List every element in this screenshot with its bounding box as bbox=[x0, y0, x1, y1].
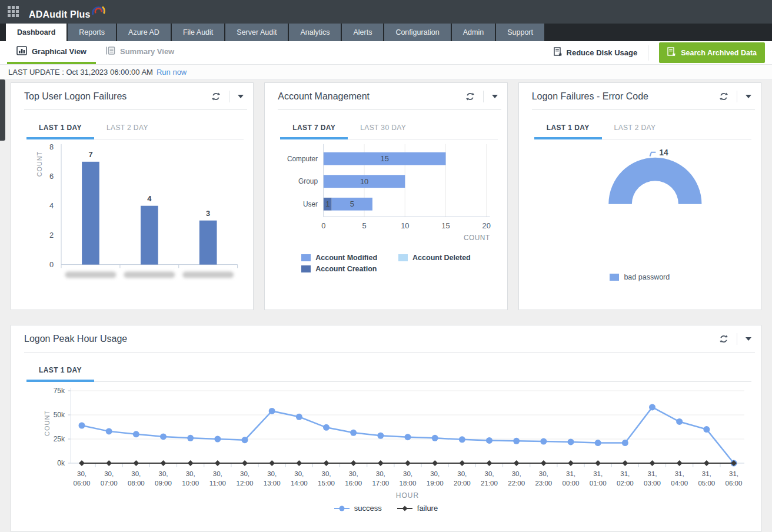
svg-text:4: 4 bbox=[147, 194, 152, 203]
svg-text:5: 5 bbox=[362, 221, 367, 230]
svg-text:14:00: 14:00 bbox=[291, 480, 308, 487]
svg-text:30,: 30, bbox=[240, 470, 249, 477]
last-update-bar: LAST UPDATE : Oct 31,2023 06:00:00 AM Ru… bbox=[0, 65, 772, 80]
range-tab-last-7-day[interactable]: LAST 7 DAY bbox=[280, 118, 348, 139]
svg-text:07:00: 07:00 bbox=[101, 480, 118, 487]
svg-text:30,: 30, bbox=[403, 470, 412, 477]
svg-text:06:00: 06:00 bbox=[726, 480, 743, 487]
legend-item-success[interactable]: success bbox=[334, 504, 382, 513]
refresh-icon[interactable] bbox=[463, 91, 477, 102]
chevron-down-icon[interactable] bbox=[490, 94, 500, 99]
tab-summary-view[interactable]: Summary View bbox=[96, 41, 184, 64]
range-tab-last-2-day[interactable]: LAST 2 DAY bbox=[602, 118, 668, 139]
range-tabs: LAST 1 DAYLAST 2 DAY bbox=[534, 118, 751, 139]
run-now-link[interactable]: Run now bbox=[157, 68, 187, 77]
panel-title: Account Management bbox=[278, 91, 370, 102]
svg-text:12:00: 12:00 bbox=[237, 480, 254, 487]
nav-tab-configuration[interactable]: Configuration bbox=[384, 24, 451, 41]
error-code-legend: bad password bbox=[519, 273, 761, 281]
svg-text:09:00: 09:00 bbox=[155, 480, 172, 487]
header-rule bbox=[24, 109, 247, 110]
chevron-down-icon[interactable] bbox=[743, 94, 754, 99]
manageengine-swirl-icon bbox=[91, 4, 106, 19]
range-tabs: LAST 7 DAYLAST 30 DAY bbox=[280, 118, 497, 139]
svg-text:18:00: 18:00 bbox=[400, 480, 417, 487]
legend-swatch bbox=[398, 254, 408, 261]
panel-title: Logon Peak Hour Usage bbox=[24, 334, 127, 344]
panel-top-user-logon-failures: Top User Logon Failures LAST 1 DAYLAST 2… bbox=[11, 82, 254, 310]
svg-text:14: 14 bbox=[659, 148, 668, 157]
svg-text:30,: 30, bbox=[512, 470, 521, 477]
svg-text:17:00: 17:00 bbox=[372, 480, 389, 487]
panel-title: Logon Failures - Error Code bbox=[532, 91, 648, 102]
app-title: ADAudit Plus bbox=[29, 9, 91, 20]
tab-graphical-view[interactable]: Graphical View bbox=[7, 41, 96, 64]
nav-tab-azure-ad[interactable]: Azure AD bbox=[117, 24, 172, 41]
logon-failures-bar-chart: 02468COUNT743 bbox=[12, 139, 252, 292]
range-tab-last-1-day[interactable]: LAST 1 DAY bbox=[26, 361, 94, 382]
svg-text:31,: 31, bbox=[648, 470, 657, 477]
svg-text:15: 15 bbox=[381, 154, 389, 163]
svg-text:0k: 0k bbox=[57, 459, 65, 467]
nav-tab-dashboard[interactable]: Dashboard bbox=[6, 24, 68, 41]
refresh-icon[interactable] bbox=[717, 333, 731, 345]
svg-text:30,: 30, bbox=[430, 470, 440, 477]
svg-text:7: 7 bbox=[88, 150, 92, 159]
nav-tab-analytics[interactable]: Analytics bbox=[289, 24, 342, 41]
dashboard-content: Top User Logon Failures LAST 1 DAYLAST 2… bbox=[0, 80, 772, 532]
header-divider bbox=[483, 91, 484, 102]
svg-text:6: 6 bbox=[49, 172, 54, 181]
app-logo: ADAudit Plus bbox=[29, 4, 106, 20]
svg-text:22:00: 22:00 bbox=[508, 480, 525, 487]
nav-tab-support[interactable]: Support bbox=[496, 24, 545, 41]
range-tab-last-2-day[interactable]: LAST 2 DAY bbox=[94, 118, 161, 139]
svg-text:20:00: 20:00 bbox=[454, 480, 471, 487]
svg-text:31,: 31, bbox=[620, 470, 630, 477]
legend-item-account-creation[interactable]: Account Creation bbox=[301, 265, 377, 273]
toolbar-divider bbox=[648, 45, 648, 61]
svg-text:30,: 30, bbox=[186, 470, 195, 477]
chevron-down-icon[interactable] bbox=[743, 336, 754, 342]
chevron-down-icon[interactable] bbox=[235, 94, 246, 99]
legend-item-bad-password[interactable]: bad password bbox=[610, 273, 670, 281]
svg-text:30,: 30, bbox=[77, 470, 86, 477]
document-star-icon bbox=[554, 47, 563, 58]
app-launcher-grid-icon[interactable] bbox=[8, 6, 19, 18]
list-icon bbox=[105, 46, 115, 57]
svg-text:30,: 30, bbox=[267, 470, 277, 477]
svg-text:31,: 31, bbox=[675, 470, 684, 477]
side-pullout-tab[interactable] bbox=[0, 79, 5, 141]
account-management-legend: Account ModifiedAccount DeletedAccount C… bbox=[301, 254, 471, 273]
range-tab-last-30-day[interactable]: LAST 30 DAY bbox=[348, 118, 418, 139]
legend-item-failure[interactable]: failure bbox=[397, 504, 438, 513]
refresh-icon[interactable] bbox=[209, 91, 223, 102]
svg-text:5: 5 bbox=[350, 200, 354, 208]
nav-tab-reports[interactable]: Reports bbox=[68, 24, 117, 41]
nav-tab-alerts[interactable]: Alerts bbox=[342, 24, 384, 41]
svg-text:HOUR: HOUR bbox=[396, 491, 419, 500]
refresh-icon[interactable] bbox=[717, 91, 731, 102]
nav-tab-file-audit[interactable]: File Audit bbox=[172, 24, 225, 41]
legend-label: success bbox=[354, 504, 382, 513]
svg-text:COUNT: COUNT bbox=[464, 234, 490, 242]
account-management-bar-chart: Computer15Group10User1505101520COUNT bbox=[265, 139, 506, 244]
legend-swatch bbox=[610, 274, 619, 281]
view-tab-label: Summary View bbox=[120, 47, 174, 56]
legend-item-account-deleted[interactable]: Account Deleted bbox=[398, 254, 471, 262]
svg-text:4: 4 bbox=[49, 201, 54, 210]
panel-logon-failures-error-code: Logon Failures - Error Code LAST 1 DAYLA… bbox=[518, 82, 761, 310]
search-archived-data-button[interactable]: Search Archived Data bbox=[659, 42, 765, 63]
circle-marker-icon bbox=[334, 505, 350, 512]
svg-text:User: User bbox=[303, 200, 318, 208]
svg-text:03:00: 03:00 bbox=[644, 480, 661, 487]
svg-text:05:00: 05:00 bbox=[698, 480, 715, 487]
nav-tab-server-audit[interactable]: Server Audit bbox=[225, 24, 289, 41]
reduce-disk-usage-button[interactable]: Reduce Disk Usage bbox=[554, 47, 638, 58]
last-update-text: LAST UPDATE : Oct 31,2023 06:00:00 AM bbox=[8, 68, 153, 77]
nav-tab-admin[interactable]: Admin bbox=[452, 24, 496, 41]
legend-item-account-modified[interactable]: Account Modified bbox=[301, 254, 377, 262]
range-tab-last-1-day[interactable]: LAST 1 DAY bbox=[534, 118, 602, 139]
svg-text:02:00: 02:00 bbox=[617, 480, 634, 487]
range-tab-last-1-day[interactable]: LAST 1 DAY bbox=[26, 118, 94, 139]
svg-text:21:00: 21:00 bbox=[481, 480, 498, 487]
